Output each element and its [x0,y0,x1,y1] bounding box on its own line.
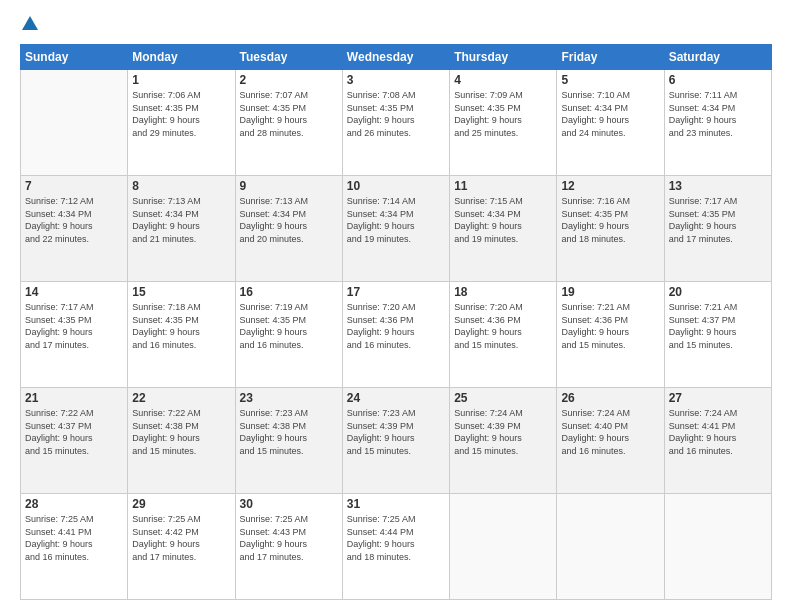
day-info: Sunrise: 7:23 AM Sunset: 4:39 PM Dayligh… [347,407,445,457]
calendar-week-row: 21Sunrise: 7:22 AM Sunset: 4:37 PM Dayli… [21,388,772,494]
day-info: Sunrise: 7:17 AM Sunset: 4:35 PM Dayligh… [25,301,123,351]
day-number: 31 [347,497,445,511]
calendar-cell: 10Sunrise: 7:14 AM Sunset: 4:34 PM Dayli… [342,176,449,282]
day-number: 10 [347,179,445,193]
day-number: 3 [347,73,445,87]
day-number: 6 [669,73,767,87]
day-info: Sunrise: 7:10 AM Sunset: 4:34 PM Dayligh… [561,89,659,139]
day-info: Sunrise: 7:22 AM Sunset: 4:38 PM Dayligh… [132,407,230,457]
calendar-cell: 13Sunrise: 7:17 AM Sunset: 4:35 PM Dayli… [664,176,771,282]
day-info: Sunrise: 7:18 AM Sunset: 4:35 PM Dayligh… [132,301,230,351]
day-number: 7 [25,179,123,193]
day-info: Sunrise: 7:19 AM Sunset: 4:35 PM Dayligh… [240,301,338,351]
calendar-cell: 26Sunrise: 7:24 AM Sunset: 4:40 PM Dayli… [557,388,664,494]
day-number: 9 [240,179,338,193]
day-number: 14 [25,285,123,299]
day-info: Sunrise: 7:07 AM Sunset: 4:35 PM Dayligh… [240,89,338,139]
day-number: 22 [132,391,230,405]
day-number: 1 [132,73,230,87]
calendar-cell [557,494,664,600]
day-info: Sunrise: 7:08 AM Sunset: 4:35 PM Dayligh… [347,89,445,139]
day-number: 21 [25,391,123,405]
calendar-cell: 27Sunrise: 7:24 AM Sunset: 4:41 PM Dayli… [664,388,771,494]
day-info: Sunrise: 7:25 AM Sunset: 4:43 PM Dayligh… [240,513,338,563]
day-info: Sunrise: 7:20 AM Sunset: 4:36 PM Dayligh… [347,301,445,351]
logo-triangle-icon [22,16,38,30]
calendar-cell [664,494,771,600]
column-header-sunday: Sunday [21,45,128,70]
day-number: 4 [454,73,552,87]
calendar-cell: 18Sunrise: 7:20 AM Sunset: 4:36 PM Dayli… [450,282,557,388]
column-header-tuesday: Tuesday [235,45,342,70]
day-number: 24 [347,391,445,405]
calendar-cell: 23Sunrise: 7:23 AM Sunset: 4:38 PM Dayli… [235,388,342,494]
calendar-page: SundayMondayTuesdayWednesdayThursdayFrid… [0,0,792,612]
day-number: 26 [561,391,659,405]
calendar-week-row: 7Sunrise: 7:12 AM Sunset: 4:34 PM Daylig… [21,176,772,282]
calendar-cell: 7Sunrise: 7:12 AM Sunset: 4:34 PM Daylig… [21,176,128,282]
calendar-cell: 25Sunrise: 7:24 AM Sunset: 4:39 PM Dayli… [450,388,557,494]
calendar-cell: 29Sunrise: 7:25 AM Sunset: 4:42 PM Dayli… [128,494,235,600]
calendar-header-row: SundayMondayTuesdayWednesdayThursdayFrid… [21,45,772,70]
day-number: 11 [454,179,552,193]
calendar-cell [450,494,557,600]
column-header-friday: Friday [557,45,664,70]
calendar-week-row: 14Sunrise: 7:17 AM Sunset: 4:35 PM Dayli… [21,282,772,388]
day-info: Sunrise: 7:15 AM Sunset: 4:34 PM Dayligh… [454,195,552,245]
calendar-cell: 20Sunrise: 7:21 AM Sunset: 4:37 PM Dayli… [664,282,771,388]
day-info: Sunrise: 7:25 AM Sunset: 4:44 PM Dayligh… [347,513,445,563]
day-info: Sunrise: 7:14 AM Sunset: 4:34 PM Dayligh… [347,195,445,245]
day-info: Sunrise: 7:17 AM Sunset: 4:35 PM Dayligh… [669,195,767,245]
calendar-cell: 28Sunrise: 7:25 AM Sunset: 4:41 PM Dayli… [21,494,128,600]
calendar-cell: 14Sunrise: 7:17 AM Sunset: 4:35 PM Dayli… [21,282,128,388]
calendar-cell: 9Sunrise: 7:13 AM Sunset: 4:34 PM Daylig… [235,176,342,282]
calendar-cell: 2Sunrise: 7:07 AM Sunset: 4:35 PM Daylig… [235,70,342,176]
day-info: Sunrise: 7:06 AM Sunset: 4:35 PM Dayligh… [132,89,230,139]
day-number: 15 [132,285,230,299]
day-info: Sunrise: 7:16 AM Sunset: 4:35 PM Dayligh… [561,195,659,245]
day-info: Sunrise: 7:25 AM Sunset: 4:42 PM Dayligh… [132,513,230,563]
day-number: 18 [454,285,552,299]
column-header-thursday: Thursday [450,45,557,70]
day-number: 29 [132,497,230,511]
calendar-cell [21,70,128,176]
day-info: Sunrise: 7:25 AM Sunset: 4:41 PM Dayligh… [25,513,123,563]
calendar-cell: 1Sunrise: 7:06 AM Sunset: 4:35 PM Daylig… [128,70,235,176]
calendar-cell: 3Sunrise: 7:08 AM Sunset: 4:35 PM Daylig… [342,70,449,176]
calendar-cell: 31Sunrise: 7:25 AM Sunset: 4:44 PM Dayli… [342,494,449,600]
calendar-cell: 5Sunrise: 7:10 AM Sunset: 4:34 PM Daylig… [557,70,664,176]
calendar-cell: 19Sunrise: 7:21 AM Sunset: 4:36 PM Dayli… [557,282,664,388]
day-number: 16 [240,285,338,299]
calendar-cell: 17Sunrise: 7:20 AM Sunset: 4:36 PM Dayli… [342,282,449,388]
day-info: Sunrise: 7:24 AM Sunset: 4:41 PM Dayligh… [669,407,767,457]
day-number: 12 [561,179,659,193]
calendar-cell: 4Sunrise: 7:09 AM Sunset: 4:35 PM Daylig… [450,70,557,176]
calendar-cell: 12Sunrise: 7:16 AM Sunset: 4:35 PM Dayli… [557,176,664,282]
day-info: Sunrise: 7:21 AM Sunset: 4:37 PM Dayligh… [669,301,767,351]
day-number: 28 [25,497,123,511]
day-info: Sunrise: 7:13 AM Sunset: 4:34 PM Dayligh… [240,195,338,245]
day-number: 20 [669,285,767,299]
day-info: Sunrise: 7:13 AM Sunset: 4:34 PM Dayligh… [132,195,230,245]
day-number: 8 [132,179,230,193]
header [20,16,772,34]
calendar-week-row: 1Sunrise: 7:06 AM Sunset: 4:35 PM Daylig… [21,70,772,176]
column-header-saturday: Saturday [664,45,771,70]
day-info: Sunrise: 7:11 AM Sunset: 4:34 PM Dayligh… [669,89,767,139]
day-number: 2 [240,73,338,87]
day-number: 5 [561,73,659,87]
day-number: 30 [240,497,338,511]
day-info: Sunrise: 7:23 AM Sunset: 4:38 PM Dayligh… [240,407,338,457]
day-number: 27 [669,391,767,405]
day-info: Sunrise: 7:24 AM Sunset: 4:40 PM Dayligh… [561,407,659,457]
calendar-cell: 21Sunrise: 7:22 AM Sunset: 4:37 PM Dayli… [21,388,128,494]
day-number: 25 [454,391,552,405]
day-number: 19 [561,285,659,299]
day-info: Sunrise: 7:24 AM Sunset: 4:39 PM Dayligh… [454,407,552,457]
day-number: 23 [240,391,338,405]
calendar-cell: 6Sunrise: 7:11 AM Sunset: 4:34 PM Daylig… [664,70,771,176]
day-info: Sunrise: 7:21 AM Sunset: 4:36 PM Dayligh… [561,301,659,351]
calendar-week-row: 28Sunrise: 7:25 AM Sunset: 4:41 PM Dayli… [21,494,772,600]
calendar-cell: 22Sunrise: 7:22 AM Sunset: 4:38 PM Dayli… [128,388,235,494]
day-number: 13 [669,179,767,193]
